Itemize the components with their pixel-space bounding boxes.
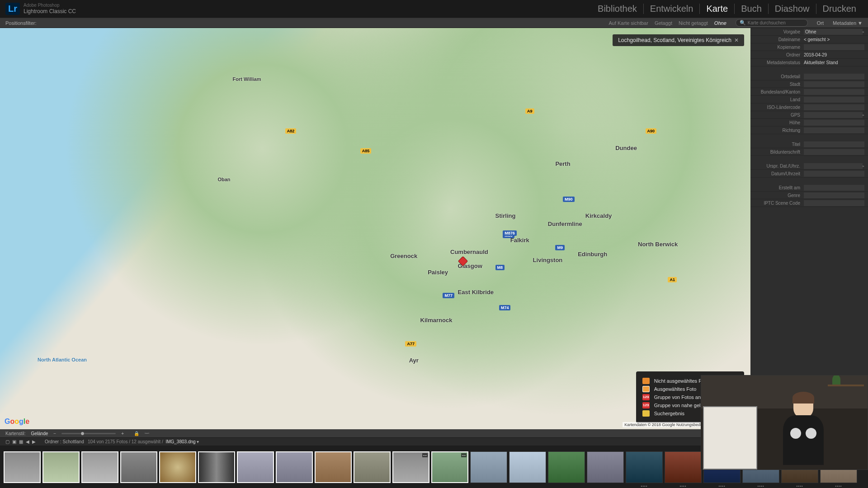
- meta-filename-label: Dateiname: [754, 37, 804, 42]
- city-eastkilbride: East Kilbride: [458, 289, 494, 296]
- meta-erstellt-label: Erstellt am: [754, 185, 804, 190]
- meta-iso-label: ISO-Ländercode: [754, 105, 804, 110]
- lock-icon[interactable]: 🔒: [134, 431, 139, 436]
- road-m8: M8: [495, 265, 505, 270]
- metadata-panel: Vorgabe▸ Dateiname< gemischt > Kopiename…: [750, 28, 868, 429]
- chevron-icon[interactable]: ▸: [863, 113, 864, 117]
- thumbnail[interactable]: [587, 451, 624, 483]
- thumbnail[interactable]: [276, 451, 313, 483]
- thumbnail[interactable]: [198, 451, 235, 483]
- thumbnail[interactable]: [470, 451, 507, 483]
- search-icon: 🔍: [740, 20, 746, 26]
- meta-land-value[interactable]: [804, 97, 864, 103]
- thumbnail[interactable]: [159, 451, 196, 483]
- meta-ortsdetail-value[interactable]: [804, 74, 864, 80]
- grid-icon[interactable]: ▦: [19, 439, 23, 444]
- filter-none[interactable]: Ohne: [714, 20, 726, 26]
- thumbnail[interactable]: ••••: [626, 451, 663, 483]
- meta-bildunterschrift-value[interactable]: [804, 149, 864, 155]
- city-dundee: Dundee: [615, 145, 637, 151]
- filter-tagged[interactable]: Getaggt: [655, 20, 672, 26]
- meta-richtung-value[interactable]: [804, 127, 864, 133]
- map-search-input[interactable]: [748, 20, 804, 25]
- meta-titel-value[interactable]: [804, 141, 864, 147]
- meta-bundesland-value[interactable]: [804, 89, 864, 95]
- meta-hoehe-value[interactable]: [804, 120, 864, 126]
- road-m9: M9: [555, 245, 565, 250]
- meta-gps-label: GPS: [754, 113, 804, 117]
- city-fortwilliam: Fort William: [233, 76, 261, 82]
- thumbnail[interactable]: [237, 451, 274, 483]
- google-logo: Google: [5, 418, 29, 426]
- module-slideshow[interactable]: Diashow: [769, 4, 816, 14]
- monitor-icon[interactable]: ▢: [5, 439, 9, 444]
- module-picker: Bibliothek Entwickeln Karte Buch Diashow…: [591, 4, 863, 14]
- secondary-icon[interactable]: ▣: [12, 439, 16, 444]
- meta-copyname-label: Kopiename: [754, 45, 804, 50]
- filter-visible[interactable]: Auf Karte sichtbar: [609, 20, 648, 26]
- meta-stadt-value[interactable]: [804, 81, 864, 87]
- thumbnail[interactable]: [120, 451, 157, 483]
- webcam-overlay: [701, 375, 868, 470]
- meta-filename-value: < gemischt >: [804, 37, 864, 42]
- thumbnail[interactable]: [42, 451, 80, 483]
- zoom-slider[interactable]: [61, 433, 116, 434]
- chevron-icon[interactable]: ▸: [863, 30, 864, 34]
- back-icon[interactable]: ◀: [26, 439, 29, 444]
- meta-urspr-label: Urspr. Dat./Uhrz.: [754, 164, 804, 169]
- meta-genre-value[interactable]: [804, 192, 864, 198]
- module-book[interactable]: Buch: [735, 4, 769, 14]
- meta-genre-label: Genre: [754, 193, 804, 198]
- metadata-dropdown[interactable]: Metadaten ▼: [833, 20, 863, 26]
- zoom-in-icon[interactable]: +: [121, 431, 124, 436]
- zoom-out-icon[interactable]: −: [53, 431, 56, 436]
- meta-preset-label: Vorgabe: [754, 29, 804, 34]
- filter-untagged[interactable]: Nicht getaggt: [679, 20, 708, 26]
- meta-iso-value[interactable]: [804, 104, 864, 110]
- thumbnail[interactable]: [509, 451, 546, 483]
- meta-preset-value[interactable]: [804, 29, 863, 35]
- meta-copyname-value[interactable]: [804, 44, 864, 50]
- road-m90: M90: [563, 197, 575, 202]
- meta-folder-label: Ordner: [754, 52, 804, 57]
- thumbnail[interactable]: [354, 451, 391, 483]
- meta-scene-label: IPTC Scene Code: [754, 201, 804, 206]
- module-library[interactable]: Bibliothek: [591, 4, 644, 14]
- thumbnail[interactable]: [315, 451, 352, 483]
- meta-folder-value[interactable]: 2018-04-29: [804, 52, 864, 57]
- ort-dropdown[interactable]: Ort: [817, 20, 824, 26]
- thumbnail[interactable]: [4, 451, 41, 483]
- map-search[interactable]: 🔍: [736, 19, 808, 27]
- module-develop[interactable]: Entwickeln: [644, 4, 700, 14]
- thumbnail[interactable]: ••••: [665, 451, 702, 483]
- city-edinburgh: Edinburgh: [578, 251, 607, 258]
- map-canvas[interactable]: Glasgow Edinburgh Dundee Perth Stirling …: [0, 28, 750, 429]
- mapstyle-label: Kartenstil:: [5, 431, 25, 436]
- map-terrain-layer: [0, 28, 750, 429]
- forward-icon[interactable]: ▶: [32, 439, 36, 444]
- thumbnail[interactable]: [81, 451, 118, 483]
- module-print[interactable]: Drucken: [816, 4, 863, 14]
- meta-erstellt-value[interactable]: [804, 185, 864, 191]
- legend-group-icon: 123: [642, 394, 650, 400]
- mapstyle-value[interactable]: Gelände: [31, 431, 48, 436]
- filmstrip-path[interactable]: Ordner : Schottland 104 von 2175 Fotos /…: [45, 439, 199, 444]
- module-map[interactable]: Karte: [700, 4, 735, 14]
- tracklog-icon[interactable]: 〰: [145, 431, 149, 436]
- meta-datum-value[interactable]: [804, 171, 864, 177]
- close-icon[interactable]: ✕: [734, 37, 739, 43]
- thumbnail[interactable]: •••: [431, 451, 468, 483]
- thumbnail[interactable]: •••: [392, 451, 429, 483]
- chevron-icon[interactable]: ▸: [863, 164, 864, 168]
- meta-urspr-value[interactable]: [804, 163, 863, 169]
- meta-scene-value[interactable]: [804, 200, 864, 206]
- city-oban: Oban: [217, 177, 230, 182]
- meta-gps-value[interactable]: [804, 112, 863, 118]
- city-dunfermline: Dunfermline: [548, 221, 582, 227]
- thumbnail[interactable]: [548, 451, 585, 483]
- location-popup: Lochgoilhead, Scotland, Vereinigtes Köni…: [613, 34, 744, 46]
- meta-titel-label: Titel: [754, 142, 804, 147]
- app-logo: Lr Adobe Photoshop Lightroom Classic CC: [5, 3, 76, 15]
- city-stirling: Stirling: [495, 212, 516, 219]
- legend-selected-icon: [642, 386, 650, 392]
